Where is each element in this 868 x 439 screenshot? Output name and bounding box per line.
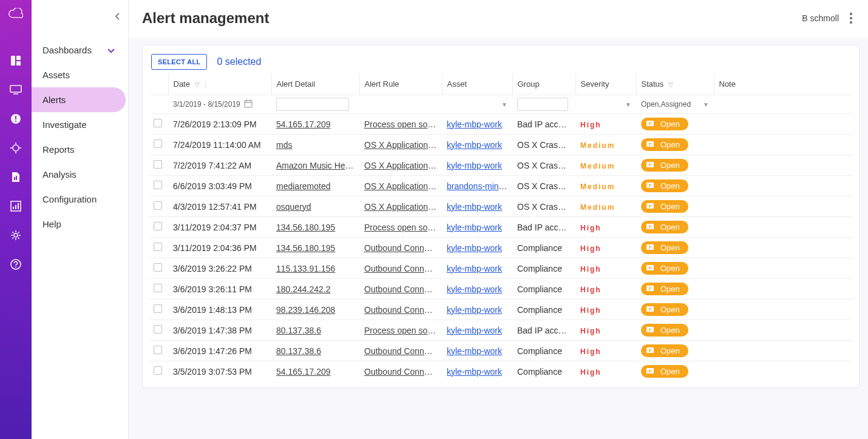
cloud-logo-icon[interactable] (8, 6, 23, 21)
alert-detail-link[interactable]: 180.244.242.2 (276, 284, 331, 294)
alert-rule-link[interactable]: Process open sockets (364, 326, 442, 335)
row-checkbox[interactable] (154, 222, 162, 230)
col-header-detail[interactable]: Alert Detail (271, 73, 359, 95)
kebab-menu-icon[interactable] (847, 10, 855, 26)
col-header-date[interactable]: Date ▽ ↓ (168, 73, 271, 95)
alert-rule-link[interactable]: Outbound Connection (364, 284, 442, 294)
help-rail-icon[interactable] (8, 257, 23, 272)
row-checkbox[interactable] (154, 119, 162, 127)
sidebar-item-configuration[interactable]: Configuration (32, 187, 126, 212)
alert-rule-link[interactable]: OS X Application and (364, 161, 442, 170)
alert-detail-link[interactable]: osqueryd (276, 202, 311, 212)
investigate-rail-icon[interactable] (8, 141, 23, 155)
asset-link[interactable]: kyle-mbp-work (447, 326, 502, 335)
sidebar-item-analysis[interactable]: Analysis (32, 162, 126, 187)
alert-rule-link[interactable]: OS X Application and (364, 140, 442, 150)
alert-rule-link[interactable]: Outbound Connection (364, 243, 442, 253)
alert-rule-link[interactable]: Outbound Connection (364, 367, 442, 377)
row-checkbox[interactable] (154, 346, 162, 354)
alert-detail-link[interactable]: 134.56.180.195 (276, 243, 335, 253)
alert-rule-link[interactable]: OS X Application and (364, 181, 442, 191)
alert-rule-link[interactable]: Process open sockets (364, 119, 442, 129)
asset-link[interactable]: kyle-mbp-work (447, 346, 502, 356)
alert-detail-link[interactable]: 54.165.17.209 (276, 367, 331, 377)
status-pill[interactable]: Open (641, 138, 688, 151)
assets-rail-icon[interactable] (8, 82, 23, 97)
col-header-rule[interactable]: Alert Rule (359, 73, 442, 95)
sidebar-item-assets[interactable]: Assets (32, 62, 126, 87)
alerts-rail-icon[interactable] (8, 112, 23, 126)
alert-rule-link[interactable]: Outbound Connection (364, 305, 442, 315)
status-pill[interactable]: Open (641, 179, 688, 192)
col-header-group[interactable]: Group (512, 73, 575, 95)
asset-link[interactable]: kyle-mbp-work (447, 305, 502, 315)
row-checkbox[interactable] (154, 366, 162, 375)
sidebar-item-investigate[interactable]: Investigate (32, 112, 126, 137)
col-header-note[interactable]: Note (714, 73, 853, 95)
row-checkbox[interactable] (154, 201, 162, 210)
detail-filter-input[interactable] (276, 98, 349, 111)
col-header-asset[interactable]: Asset (442, 73, 512, 95)
status-pill[interactable]: Open (641, 262, 688, 275)
status-pill[interactable]: Open (641, 118, 688, 130)
asset-link[interactable]: kyle-mbp-work (447, 119, 502, 129)
asset-link[interactable]: kyle-mbp-work (447, 161, 502, 170)
row-checkbox[interactable] (154, 139, 162, 148)
row-checkbox[interactable] (154, 160, 162, 169)
asset-link[interactable]: kyle-mbp-work (447, 223, 502, 232)
reports-rail-icon[interactable] (8, 170, 23, 184)
status-pill[interactable]: Open (641, 344, 688, 357)
user-name[interactable]: B schmoll (802, 13, 839, 23)
row-checkbox[interactable] (154, 325, 162, 333)
status-pill[interactable]: Open (641, 221, 688, 233)
row-checkbox[interactable] (154, 263, 162, 272)
alert-detail-link[interactable]: 134.56.180.195 (276, 223, 335, 232)
status-pill[interactable]: Open (641, 159, 688, 172)
asset-link[interactable]: brandons-mini.fios (447, 181, 512, 191)
status-pill[interactable]: Open (641, 324, 688, 337)
asset-link[interactable]: kyle-mbp-work (447, 202, 502, 212)
status-pill[interactable]: Open (641, 303, 688, 316)
row-checkbox[interactable] (154, 304, 162, 313)
sidebar-collapse-icon[interactable] (115, 12, 121, 22)
status-pill[interactable]: Open (641, 283, 688, 295)
alert-detail-link[interactable]: Amazon Music Helper (276, 161, 359, 170)
col-header-severity[interactable]: Severity (575, 73, 636, 95)
sidebar-item-alerts[interactable]: Alerts (32, 87, 126, 112)
alert-detail-link[interactable]: 80.137.38.6 (276, 346, 321, 356)
sidebar-item-help[interactable]: Help (32, 212, 126, 236)
alert-rule-link[interactable]: Outbound Connection (364, 264, 442, 273)
alert-detail-link[interactable]: mediaremoted (276, 181, 331, 191)
asset-link[interactable]: kyle-mbp-work (447, 284, 502, 294)
row-checkbox[interactable] (154, 284, 162, 292)
asset-filter-dropdown[interactable]: ▼ (447, 101, 507, 108)
asset-link[interactable]: kyle-mbp-work (447, 243, 502, 253)
asset-link[interactable]: kyle-mbp-work (447, 367, 502, 377)
date-range-filter[interactable]: 3/1/2019 - 8/15/2019 (173, 99, 266, 110)
severity-filter-dropdown[interactable]: ▼ (580, 101, 631, 108)
asset-link[interactable]: kyle-mbp-work (447, 140, 502, 150)
alert-rule-link[interactable]: OS X Application and (364, 202, 442, 212)
col-header-status[interactable]: Status ▽ (636, 73, 714, 95)
alert-detail-link[interactable]: mds (276, 140, 292, 150)
alert-detail-link[interactable]: 98.239.146.208 (276, 305, 335, 315)
alert-detail-link[interactable]: 80.137.38.6 (276, 326, 321, 335)
configuration-rail-icon[interactable] (8, 228, 23, 243)
select-all-button[interactable]: SELECT ALL (151, 54, 207, 70)
alert-rule-link[interactable]: Process open sockets (364, 223, 442, 232)
status-pill[interactable]: Open (641, 241, 688, 254)
alert-detail-link[interactable]: 115.133.91.156 (276, 264, 335, 273)
sidebar-item-dashboards[interactable]: Dashboards (32, 38, 126, 62)
alert-detail-link[interactable]: 54.165.17.209 (276, 119, 331, 129)
sidebar-item-reports[interactable]: Reports (32, 137, 126, 162)
asset-link[interactable]: kyle-mbp-work (447, 264, 502, 273)
status-filter-dropdown[interactable]: Open,Assigned▼ (641, 100, 709, 109)
row-checkbox[interactable] (154, 243, 162, 251)
alert-rule-link[interactable]: Outbound Connection (364, 346, 442, 356)
analysis-rail-icon[interactable] (8, 199, 23, 213)
status-pill[interactable]: Open (641, 200, 688, 213)
group-filter-input[interactable] (517, 98, 568, 111)
status-pill[interactable]: Open (641, 365, 688, 378)
row-checkbox[interactable] (154, 181, 162, 189)
dashboard-rail-icon[interactable] (8, 53, 23, 68)
